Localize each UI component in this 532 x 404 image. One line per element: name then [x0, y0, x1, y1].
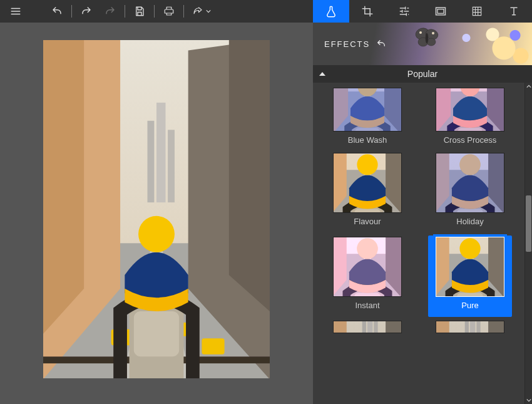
effect-label: Holiday: [456, 217, 483, 226]
effect-label: Flavour: [354, 217, 381, 226]
effect-tile-pure[interactable]: Pure: [428, 236, 512, 317]
effect-tile-cross-process[interactable]: Cross Process: [428, 86, 512, 149]
undo-icon: [376, 39, 386, 49]
scroll-up-button[interactable]: [525, 83, 532, 90]
effects-title: EFFECTS: [324, 39, 370, 49]
effect-thumb: [333, 153, 402, 213]
sliders-icon: [398, 5, 411, 18]
chevron-down-icon: [206, 9, 211, 13]
tab-texture[interactable]: [459, 0, 495, 23]
svg-rect-26: [334, 88, 401, 131]
effect-thumb: [333, 321, 402, 333]
svg-rect-27: [334, 153, 401, 212]
chevron-up-icon: [526, 85, 531, 88]
editor-pane: [0, 0, 313, 404]
share-button[interactable]: [187, 0, 217, 23]
save-icon: [134, 6, 145, 17]
scroll-down-button[interactable]: [525, 396, 532, 404]
tab-effects[interactable]: [313, 0, 349, 23]
effect-tile-more[interactable]: [428, 319, 512, 401]
category-title: Popular: [407, 69, 437, 79]
effect-label: Instant: [355, 301, 379, 310]
redo2-icon: [105, 6, 116, 17]
photo-content: [43, 40, 270, 378]
svg-rect-18: [437, 9, 444, 14]
effect-thumb: [333, 88, 402, 132]
share-icon: [192, 6, 203, 17]
effect-thumb: [436, 88, 504, 132]
effect-label: Blue Wash: [348, 135, 387, 145]
effect-label: Pure: [461, 301, 478, 310]
undo-button[interactable]: [45, 0, 69, 23]
effects-header: EFFECTS: [313, 23, 532, 65]
main-photo[interactable]: [43, 40, 270, 378]
menu-icon: [10, 6, 21, 17]
effects-panel: EFFECTS Popular Blue Wash: [313, 0, 532, 404]
effects-reset-button[interactable]: [376, 39, 386, 49]
effects-category-bar[interactable]: Popular: [313, 65, 532, 83]
effect-thumb: [333, 237, 402, 297]
canvas-area[interactable]: [0, 23, 313, 404]
effect-label: Cross Process: [444, 135, 497, 145]
effect-tile-holiday[interactable]: Holiday: [428, 152, 512, 233]
effect-thumb: [436, 321, 504, 333]
redo-button[interactable]: [74, 0, 98, 23]
effects-list: Blue Wash Cross Process Flavour: [313, 83, 532, 404]
tab-crop[interactable]: [349, 0, 386, 23]
frame-icon: [434, 5, 447, 18]
butterfly-icon: [414, 28, 439, 49]
scroll-thumb[interactable]: [526, 195, 531, 252]
chevron-down-icon: [526, 398, 531, 402]
save-button[interactable]: [128, 0, 151, 23]
svg-point-25: [432, 32, 434, 34]
tab-adjust[interactable]: [386, 0, 422, 23]
effect-tile-blue-wash[interactable]: Blue Wash: [325, 86, 409, 149]
effect-tile-more[interactable]: [325, 319, 409, 401]
menu-button[interactable]: [4, 0, 28, 23]
effect-thumb: [436, 153, 504, 213]
toolbar-separator: [183, 5, 184, 18]
text-icon: [508, 5, 520, 18]
scrollbar[interactable]: [524, 83, 532, 404]
header-decoration: [438, 23, 532, 65]
tab-frame[interactable]: [422, 0, 459, 23]
tab-text[interactable]: [496, 0, 532, 23]
svg-point-24: [419, 31, 422, 34]
crop-icon: [361, 5, 374, 18]
print-icon: [163, 6, 175, 17]
svg-point-23: [426, 33, 428, 43]
toolbar-separator: [154, 5, 155, 18]
undo-icon: [51, 6, 63, 17]
main-toolbar: [0, 0, 313, 23]
collapse-icon[interactable]: [319, 72, 325, 76]
redo-step-button: [98, 0, 122, 23]
texture-icon: [471, 5, 483, 18]
tool-tabs: [313, 0, 532, 23]
effect-tile-instant[interactable]: Instant: [325, 236, 409, 317]
flask-icon: [325, 5, 337, 18]
toolbar-separator: [125, 5, 125, 18]
print-button[interactable]: [157, 0, 181, 23]
effect-thumb: [436, 237, 504, 297]
toolbar-separator: [71, 5, 72, 18]
effect-tile-flavour[interactable]: Flavour: [325, 152, 409, 233]
redo-icon: [81, 6, 92, 17]
